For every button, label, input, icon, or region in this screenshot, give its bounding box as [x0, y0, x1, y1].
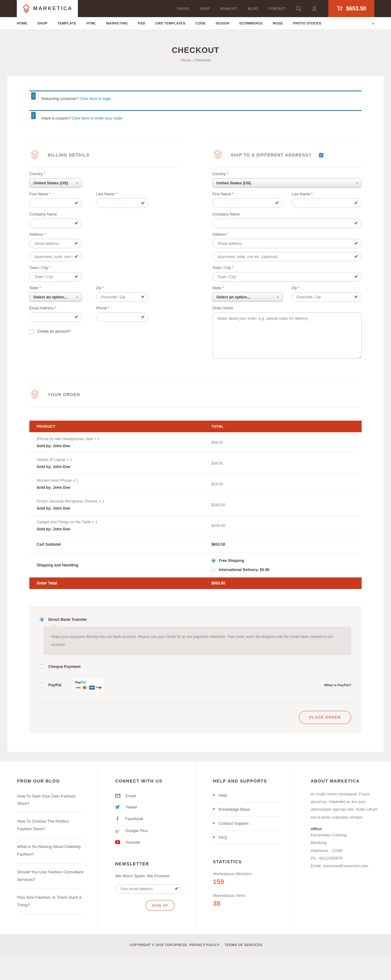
shipping-address-group: Address *	[212, 232, 362, 261]
menu-cms-templates[interactable]: CMS TEMPLATES	[155, 21, 185, 25]
help-link[interactable]: Help	[213, 788, 280, 802]
order-notes-textarea[interactable]	[212, 312, 362, 359]
billing-last-name-input[interactable]	[96, 198, 148, 208]
billing-apartment-input[interactable]	[29, 252, 82, 261]
facebook-icon: f	[115, 816, 120, 822]
product-name: Proton Absolute Wordpress Themes × 1	[37, 499, 211, 503]
menu-template[interactable]: TEMPLATE	[57, 21, 76, 25]
shipping-street-input[interactable]	[212, 239, 362, 248]
shipping-town-input[interactable]	[212, 272, 362, 282]
menu-design[interactable]: DESIGN	[216, 21, 229, 25]
what-is-paypal-link[interactable]: What is PayPal?	[324, 683, 351, 687]
terms-link[interactable]: TERMS OF SERVICES	[224, 943, 262, 947]
social-link-twitter[interactable]: Twitter	[115, 802, 182, 813]
about-column-title: ABOUT MARKETICA	[311, 778, 378, 783]
billing-zip-input[interactable]	[96, 292, 148, 302]
shipping-country-select[interactable]: United States (US) ▾	[212, 178, 362, 188]
breadcrumb-home[interactable]: Home	[181, 58, 191, 62]
blog-post-link[interactable]: Plus Size Fashion: Is There Such a Thing…	[17, 889, 84, 914]
menu-photo-stocks[interactable]: PHOTO STOCKS	[293, 21, 321, 25]
email-icon	[115, 794, 120, 798]
footer-about-column: ABOUT MARKETICA ec mollis lorem consequa…	[293, 762, 391, 934]
blog-post-link[interactable]: What is So Alluring About Celebrity Fash…	[17, 838, 84, 864]
menu-shop[interactable]: SHOP	[38, 21, 48, 25]
header-nav-pages[interactable]: PAGES	[177, 7, 189, 10]
caret-down-icon: ▾	[76, 296, 78, 299]
menu-psd[interactable]: PSD	[138, 21, 145, 25]
copyright-text: COPYRIGHT © 2015 TOKOPRESS	[130, 943, 187, 947]
header-nav-shop[interactable]: SHOP	[200, 7, 210, 10]
header-nav-blog[interactable]: BLOG	[248, 7, 258, 10]
billing-phone-input[interactable]	[96, 312, 148, 322]
amex-icon	[89, 685, 95, 690]
header-nav-wishlist[interactable]: WISHLIST	[220, 7, 238, 10]
logo[interactable]: MARKETICA	[17, 0, 78, 17]
product-name: Variant of Laptop × 1	[37, 458, 211, 462]
info-icon: i	[31, 92, 36, 100]
shipping-apartment-input[interactable]	[212, 252, 362, 261]
billing-country-select[interactable]: United States (US) ▾	[29, 178, 82, 188]
statistics-title: STATISTICS	[213, 859, 280, 864]
billing-street-input[interactable]	[29, 239, 82, 248]
help-link[interactable]: Contact Support	[213, 816, 280, 830]
shipping-company-input[interactable]	[212, 218, 362, 228]
footer: FROM OUR BLOG How To Start Your Own Fash…	[0, 762, 391, 934]
mastercard-icon	[82, 685, 88, 690]
shipping-company-group: Company Name	[212, 212, 362, 228]
blog-post-link[interactable]: How To Choose The Perfect Fashion Store?	[17, 813, 84, 838]
billing-email-input[interactable]	[29, 312, 82, 322]
place-order-button[interactable]: PLACE ORDER	[299, 711, 351, 724]
billing-state-select[interactable]: Select an option... ▾	[29, 292, 82, 302]
ship-different-checkbox[interactable]: ✓	[319, 153, 324, 158]
help-link[interactable]: FAQ	[213, 830, 280, 845]
social-link-facebook[interactable]: f Facebook	[115, 813, 182, 825]
menu-home[interactable]: HOME	[17, 21, 27, 25]
footer-help-column: HELP AND SUPPORTS Help Knowladge Base Co…	[196, 762, 293, 934]
shipping-state-select[interactable]: Select an option... ▾	[212, 292, 283, 302]
cheque-radio[interactable]	[40, 664, 44, 668]
coupon-link[interactable]: Click here to enter your code	[72, 116, 122, 121]
marketplace-members-label: Marketplace Members	[213, 872, 280, 876]
shipping-zip-input[interactable]	[292, 292, 362, 302]
menu-marketing[interactable]: MARKETING	[106, 21, 128, 25]
privacy-policy-link[interactable]: PRIVACY POLICY	[189, 943, 219, 947]
paypal-radio[interactable]	[40, 683, 44, 687]
social-link-email[interactable]: Email	[115, 790, 182, 802]
marketplace-members-count: 159	[213, 878, 280, 886]
cart-button[interactable]: $653.50	[328, 0, 374, 17]
create-account-checkbox[interactable]	[29, 329, 33, 334]
header-nav-contact[interactable]: CONTACT	[269, 7, 286, 10]
address-label: Address	[212, 232, 226, 237]
state-label: State	[29, 286, 38, 290]
menu-muse[interactable]: MUSE	[273, 21, 283, 25]
create-account-row: Create an account?	[29, 329, 179, 334]
social-link-google-plus[interactable]: g+ Google Plus	[115, 825, 182, 837]
newsletter-email-input[interactable]	[115, 885, 182, 894]
account-icon[interactable]	[311, 5, 317, 12]
blog-post-link[interactable]: How To Start Your Own Fashion Store?	[17, 788, 84, 813]
help-link[interactable]: Knowladge Base	[213, 802, 280, 816]
menu-html[interactable]: HTML	[86, 21, 96, 25]
international-delivery-radio[interactable]	[211, 568, 216, 572]
shipping-last-name-input[interactable]	[292, 198, 362, 208]
footer-blog-column: FROM OUR BLOG How To Start Your Own Fash…	[0, 762, 98, 934]
billing-company-input[interactable]	[29, 218, 82, 228]
product-total: $200.00	[211, 523, 354, 528]
free-shipping-radio[interactable]	[211, 558, 216, 563]
billing-section: BILLING DETAILS Country * United States …	[29, 142, 179, 360]
menu-code[interactable]: CODE	[196, 21, 206, 25]
blog-post-link[interactable]: Should You Use Fashion Consultant Servic…	[17, 864, 84, 889]
search-icon[interactable]	[296, 5, 302, 12]
bank-transfer-radio[interactable]	[40, 617, 44, 622]
menu-more-icon[interactable]: »	[372, 21, 374, 25]
login-link[interactable]: Click here to login	[79, 96, 111, 101]
shipping-first-name-input[interactable]	[212, 198, 283, 208]
billing-town-input[interactable]	[29, 272, 82, 282]
order-total-value: $653.50	[211, 581, 354, 585]
signup-button[interactable]: SIGN UP	[145, 900, 175, 911]
menu-ecommerce[interactable]: ECOMMERCE	[240, 21, 263, 25]
social-link-youtube[interactable]: Youtube	[115, 837, 182, 848]
billing-zip-group: Zip *	[96, 286, 148, 302]
billing-first-name-input[interactable]	[29, 198, 82, 208]
square-bullet-icon	[213, 794, 215, 796]
